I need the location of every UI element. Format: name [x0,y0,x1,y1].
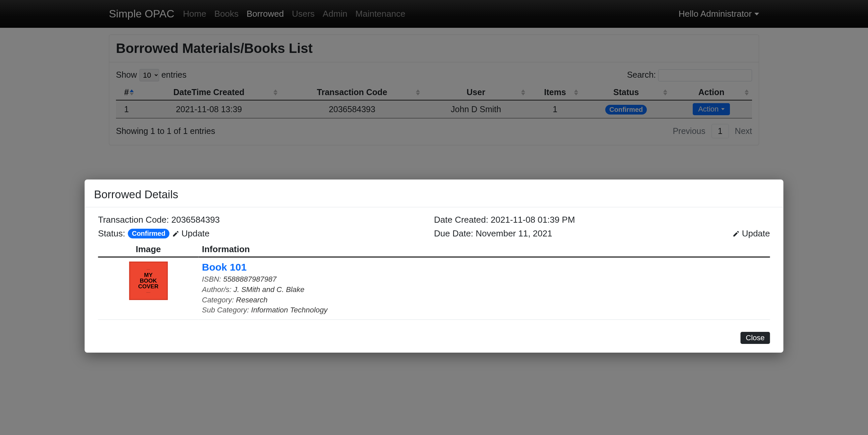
status-label: Status: [98,228,125,239]
subcategory-label: Sub Category: [202,306,249,314]
borrowed-details-modal: Borrowed Details Transaction Code: 20365… [85,179,783,353]
isbn-label: ISBN: [202,275,221,283]
due-date-label: Due Date: [434,228,473,238]
update-status-link[interactable]: Update [172,228,210,239]
category-value: Research [236,296,268,304]
date-created-label: Date Created: [434,215,488,225]
update-due-link[interactable]: Update [733,228,770,239]
book-cover-icon: —— MYBOOKCOVER —— [129,262,167,300]
category-label: Category: [202,296,234,304]
details-table: Image Information —— MYBOOKCOVER —— [98,242,770,320]
detail-row: —— MYBOOKCOVER —— Book 101 ISBN: 5588887… [98,257,770,320]
isbn-value: 5588887987987 [223,275,277,283]
txn-code-value: 2036584393 [171,215,220,225]
authors-value: J. SMith and C. Blake [234,285,305,294]
close-button[interactable]: Close [740,332,770,344]
status-badge: Confirmed [128,229,169,238]
cell-image: —— MYBOOKCOVER —— [98,257,199,320]
subcategory-value: Information Technology [251,306,328,314]
modal-title: Borrowed Details [94,188,774,201]
edit-icon [172,230,179,237]
date-created-value: 2021-11-08 01:39 PM [491,215,575,225]
cell-info: Book 101 ISBN: 5588887987987 Author/s: J… [199,257,770,320]
due-date-value: November 11, 2021 [475,228,552,238]
book-title[interactable]: Book 101 [202,262,767,273]
col-image: Image [98,242,199,257]
col-information: Information [199,242,770,257]
edit-icon [733,230,740,237]
txn-code-label: Transaction Code: [98,215,169,225]
authors-label: Author/s: [202,285,231,294]
